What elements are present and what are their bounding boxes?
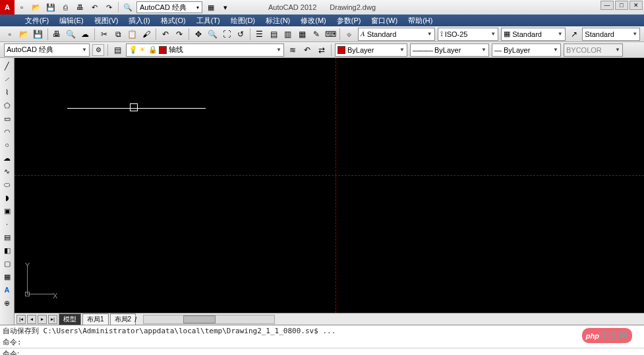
block-icon[interactable]: ▣ <box>1 205 13 217</box>
command-input[interactable] <box>19 349 641 355</box>
qat-save-icon[interactable]: 💾 <box>44 1 57 13</box>
copy-icon[interactable]: ⧉ <box>112 28 125 41</box>
mleader-icon[interactable]: ↗ <box>568 28 581 41</box>
tab-model[interactable]: 模型 <box>59 314 81 325</box>
menu-file[interactable]: 文件(F) <box>20 16 54 26</box>
xline-icon[interactable]: ⟋ <box>1 73 13 85</box>
chevron-down-icon[interactable]: ▼ <box>615 47 620 53</box>
menu-format[interactable]: 格式(O) <box>156 16 191 26</box>
gradient-icon[interactable]: ◧ <box>1 244 13 256</box>
region-icon[interactable]: ▢ <box>1 258 13 269</box>
ellipse-icon[interactable]: ⬭ <box>1 178 13 190</box>
menu-window[interactable]: 窗口(W) <box>366 16 403 26</box>
layeriso-icon[interactable]: ≋ <box>286 43 299 57</box>
menu-help[interactable]: 帮助(H) <box>403 16 438 26</box>
minimize-button[interactable]: — <box>600 1 614 10</box>
point-icon[interactable]: · <box>1 218 13 230</box>
qat-search-icon[interactable]: 🔍 <box>121 1 134 13</box>
chevron-down-icon[interactable]: ▼ <box>399 47 405 53</box>
workspace-dropdown[interactable]: ▾ <box>136 1 202 13</box>
tab-first-icon[interactable]: |◂ <box>16 315 26 324</box>
qat-new-icon[interactable]: ▫ <box>15 1 28 13</box>
tablestyle-combo[interactable]: ▦▼ <box>501 28 566 41</box>
undo2-icon[interactable]: ↶ <box>159 28 172 41</box>
plot-icon[interactable]: 🖶 <box>51 28 64 41</box>
layermatch-icon[interactable]: ⇄ <box>315 43 328 57</box>
linetype-combo[interactable]: ———▼ <box>410 43 489 57</box>
props-icon[interactable]: ☰ <box>253 28 266 41</box>
tab-layout2[interactable]: 布局2 <box>110 314 136 325</box>
color-combo[interactable]: ▼ <box>335 43 407 57</box>
circle-icon[interactable]: ○ <box>1 139 13 151</box>
preview-icon[interactable]: 🔍 <box>65 28 78 41</box>
drawing-area[interactable]: YX |◂ ◂ ▸ ▸| 模型 布局1 布局2 / <box>15 58 644 325</box>
paste-icon[interactable]: 📋 <box>126 28 139 41</box>
line-icon[interactable]: ╱ <box>1 60 13 72</box>
cut-icon[interactable]: ✂ <box>98 28 111 41</box>
chevron-down-icon[interactable]: ▼ <box>553 47 558 53</box>
menu-modify[interactable]: 修改(M) <box>295 16 332 26</box>
qat-grid-icon[interactable]: ▦ <box>204 1 218 13</box>
chevron-down-icon[interactable]: ▼ <box>481 47 486 53</box>
match-icon[interactable]: 🖌 <box>140 28 154 41</box>
textstyle-combo[interactable]: 𝐴▼ <box>358 28 435 41</box>
chevron-down-icon[interactable]: ▾ <box>196 5 199 11</box>
table-icon[interactable]: ▦ <box>1 271 13 283</box>
chevron-down-icon[interactable]: ▼ <box>558 31 563 37</box>
menu-parametric[interactable]: 参数(P) <box>332 16 366 26</box>
zoomext-icon[interactable]: ⛶ <box>220 28 233 41</box>
polygon-icon[interactable]: ⬠ <box>1 99 13 111</box>
calc-icon[interactable]: ⌨ <box>324 28 337 41</box>
hscrollbar[interactable] <box>143 315 275 324</box>
dimstyle-combo[interactable]: ⟟▼ <box>438 28 499 41</box>
mk-icon[interactable]: ✎ <box>310 28 323 41</box>
annot-icon[interactable]: ⟐ <box>343 28 356 41</box>
tab-prev-icon[interactable]: ◂ <box>27 315 36 324</box>
qat-redo-icon[interactable]: ↷ <box>102 1 115 13</box>
workspace2-combo[interactable]: ▼ <box>4 43 90 57</box>
layerprev-icon[interactable]: ↶ <box>301 43 314 57</box>
qat-saveas-icon[interactable]: ⎙ <box>59 1 72 13</box>
qat-open-icon[interactable]: 📂 <box>30 1 43 13</box>
lineweight-combo[interactable]: —▼ <box>492 43 561 57</box>
qat-plot-icon[interactable]: 🖶 <box>73 1 86 13</box>
menu-view[interactable]: 视图(V) <box>89 16 124 26</box>
chevron-down-icon[interactable]: ▼ <box>490 31 496 37</box>
mtext-icon[interactable]: A <box>1 284 13 296</box>
open-icon[interactable]: 📂 <box>18 28 31 41</box>
addsel-icon[interactable]: ⊕ <box>1 297 13 309</box>
chevron-down-icon[interactable]: ▼ <box>632 31 637 37</box>
chevron-down-icon[interactable]: ▼ <box>276 47 281 53</box>
menu-tools[interactable]: 工具(T) <box>191 16 225 26</box>
mlstyle-combo[interactable]: ▼ <box>582 28 640 41</box>
spline-icon[interactable]: ∿ <box>1 165 13 177</box>
zoom-icon[interactable]: 🔍 <box>206 28 220 41</box>
layer-combo[interactable]: 💡 ☀ 🔒 ▼ <box>126 43 284 57</box>
pline-icon[interactable]: ⌇ <box>1 86 13 98</box>
chevron-down-icon[interactable]: ▼ <box>427 31 432 37</box>
tab-layout1[interactable]: 布局1 <box>82 314 109 325</box>
ellipsearc-icon[interactable]: ◗ <box>1 192 13 204</box>
save-icon[interactable]: 💾 <box>32 28 45 41</box>
qat-more-icon[interactable]: ▾ <box>219 1 232 13</box>
layerprops-icon[interactable]: ▤ <box>111 43 124 57</box>
menu-edit[interactable]: 编辑(E) <box>54 16 89 26</box>
menu-draw[interactable]: 绘图(D) <box>225 16 260 26</box>
tp-icon[interactable]: ▥ <box>281 28 295 41</box>
menu-dimension[interactable]: 标注(N) <box>260 16 295 26</box>
qat-undo-icon[interactable]: ↶ <box>88 1 101 13</box>
zoomprev-icon[interactable]: ↺ <box>235 28 248 41</box>
app-logo-icon[interactable]: A <box>0 0 15 14</box>
pan-icon[interactable]: ✥ <box>192 28 205 41</box>
publish-icon[interactable]: ☁ <box>79 28 92 41</box>
tab-last-icon[interactable]: ▸| <box>48 315 57 324</box>
ssm-icon[interactable]: ▦ <box>296 28 309 41</box>
new-icon[interactable]: ▫ <box>3 28 16 41</box>
menu-insert[interactable]: 插入(I) <box>123 16 155 26</box>
plotstyle-combo[interactable]: ▼ <box>564 43 623 57</box>
maximize-button[interactable]: □ <box>615 1 628 10</box>
dc-icon[interactable]: ▤ <box>268 28 281 41</box>
rect-icon[interactable]: ▭ <box>1 113 13 124</box>
workspace-input[interactable] <box>140 3 196 11</box>
cloud-icon[interactable]: ☁ <box>1 152 13 164</box>
